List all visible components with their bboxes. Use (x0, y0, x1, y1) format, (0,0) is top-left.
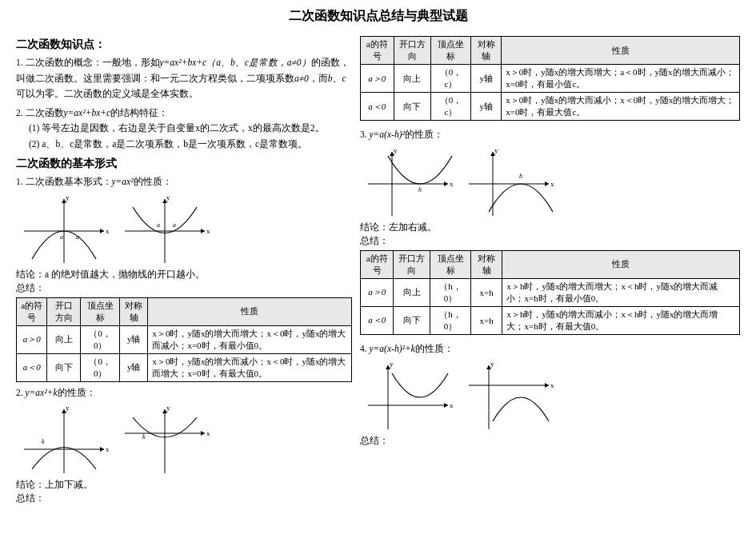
svg-marker-10 (201, 229, 205, 233)
page-title: 二次函数知识点总结与典型试题 (16, 8, 740, 25)
svg-marker-52 (545, 383, 549, 388)
svg-text:y: y (490, 361, 494, 368)
summary-3: 总结： (360, 235, 740, 247)
left-column: 二次函数知识点： 1. 二次函数的概念：一般地，形如y=ax²+bx+c（a、b… (16, 33, 352, 506)
section1-title: 二次函数知识点： (16, 38, 352, 52)
graph-ax2-positive: x y a a (16, 195, 112, 267)
th-direction: 开口方向 (47, 297, 81, 325)
th-property: 性质 (148, 297, 352, 325)
svg-marker-18 (100, 447, 104, 452)
svg-text:x: x (106, 445, 110, 453)
right-column: a的符号 开口方向 顶点坐标 对称轴 性质 a＞0 向上 （0，c） y轴 x＞… (360, 33, 740, 506)
knowledge-item-1: 1. 二次函数的概念：一般地，形如y=ax²+bx+c（a、b、c是常数，a≠0… (16, 55, 352, 102)
svg-marker-46 (444, 403, 448, 408)
graph-row-4: x y x y (360, 361, 740, 433)
svg-text:y: y (166, 405, 170, 412)
svg-text:h: h (418, 186, 422, 193)
conclusion-1: 结论：a 的绝对值越大，抛物线的开口越小。 (16, 269, 352, 281)
summary-2: 总结： (16, 492, 352, 504)
svg-text:a: a (76, 233, 79, 241)
table-row: a＜0 向下 （h，0） x=h x＞h时，y随x的增大而减小；x＜h时，y随x… (361, 306, 740, 334)
graph-axk-negative: x y k (117, 405, 213, 477)
table-row: a＜0 向下 （0，c） y轴 x＞0时，y随x的增大而减小；x＜0时，y随x的… (361, 93, 740, 121)
table-row: a＞0 向上 （0，0） y轴 x＞0时，y随x的增大而增大；x＜0时，y随x的… (17, 325, 352, 353)
right-table-middle: a的符号 开口方向 顶点坐标 对称轴 性质 a＞0 向上 （h，0） x=h x… (360, 250, 740, 335)
th-vertex: 顶点坐标 (81, 297, 120, 325)
th-axis: 对称轴 (120, 297, 148, 325)
knowledge-item-2: 2. 二次函数y=ax²+bx+c的结构特征： (1) 等号左边是因数，右边是关… (16, 106, 352, 153)
graph-row-1: x y a a x y a a (16, 195, 352, 267)
graph-ax2-negative: x y a a (117, 195, 213, 267)
table-1: a的符号 开口方向 顶点坐标 对称轴 性质 a＞0 向上 （0，0） y轴 x＞… (16, 297, 352, 382)
table-row: a＜0 向下 （0，0） y轴 x＞0时，y随x的增大而减小；x＜0时，y随x的… (17, 353, 352, 381)
graph-axh-negative: x y h (461, 148, 557, 220)
svg-marker-2 (100, 229, 104, 233)
svg-text:x: x (550, 381, 554, 389)
svg-marker-25 (201, 431, 205, 436)
svg-text:y: y (390, 361, 394, 368)
graph-row-3: x y h x y h (360, 148, 740, 220)
svg-text:k: k (142, 433, 146, 440)
svg-marker-39 (545, 181, 549, 186)
svg-text:a: a (157, 221, 160, 229)
svg-text:x: x (450, 180, 454, 188)
svg-text:y: y (166, 195, 170, 201)
svg-text:x: x (450, 401, 454, 409)
graph-axh-positive: x y h (360, 148, 456, 220)
basic-form-label: 1. 二次函数基本形式：y=ax²的性质： (16, 174, 352, 190)
graph-axhk-negative: x y (461, 361, 557, 433)
svg-text:x: x (550, 180, 554, 188)
right-table-top: a的符号 开口方向 顶点坐标 对称轴 性质 a＞0 向上 （0，c） y轴 x＞… (360, 36, 740, 121)
svg-text:x: x (206, 227, 210, 235)
section2-title: 二次函数的基本形式 (16, 157, 352, 171)
summary-1: 总结： (16, 282, 352, 294)
svg-text:x: x (206, 429, 210, 437)
graph-row-2: x y k x y k (16, 405, 352, 477)
svg-text:x: x (106, 227, 110, 235)
table-row: a＞0 向上 （h，0） x=h x＞h时，y随x的增大而增大；x＜h时，y随x… (361, 278, 740, 306)
svg-text:h: h (519, 173, 522, 180)
conclusion-3: 结论：左加右减。 (360, 221, 740, 233)
form2-label: 2. y=ax²+k的性质： (16, 385, 352, 401)
summary-4: 总结： (360, 435, 740, 447)
table-row: a＞0 向上 （0，c） y轴 x＞0时，y随x的增大而增大；a＜0时，y随x的… (361, 65, 740, 93)
form4-label: 4. y=a(x-h)²+k的性质： (360, 341, 740, 357)
svg-text:a: a (173, 221, 176, 229)
svg-text:y: y (394, 148, 398, 154)
form3-label: 3. y=a(x-h)²的性质： (360, 127, 740, 143)
svg-text:k: k (42, 438, 45, 445)
svg-text:y: y (66, 195, 70, 201)
conclusion-2: 结论：上加下减。 (16, 479, 352, 491)
graph-axk-positive: x y k (16, 405, 112, 477)
graph-axhk-positive: x y (360, 361, 456, 433)
svg-text:y: y (66, 405, 70, 412)
svg-text:y: y (494, 148, 498, 154)
svg-marker-32 (444, 181, 448, 186)
svg-text:a: a (60, 233, 63, 241)
th-a-sign: a的符号 (17, 297, 47, 325)
